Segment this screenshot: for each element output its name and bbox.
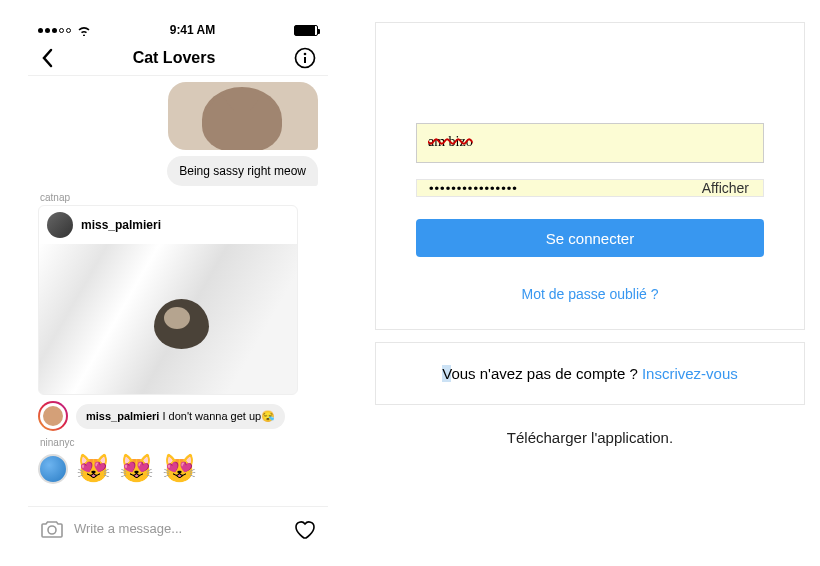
sender-label: ninanyc: [40, 437, 318, 448]
download-app-label: Télécharger l'application.: [375, 429, 805, 446]
username-value: am bizo: [428, 134, 473, 150]
card-header: miss_palmieri: [39, 206, 297, 244]
avatar: [47, 212, 73, 238]
status-left: [38, 25, 91, 36]
message-input-bar: Write a message...: [28, 506, 328, 550]
wifi-icon: [77, 25, 91, 36]
caption-text: I don't wanna get up: [159, 410, 261, 422]
emoji-reactions: 😻 😻 😻: [38, 452, 318, 485]
svg-rect-2: [304, 57, 306, 63]
login-button[interactable]: Se connecter: [416, 219, 764, 257]
info-icon[interactable]: [294, 47, 316, 69]
card-image: [39, 244, 297, 394]
sender-label: catnap: [40, 192, 318, 203]
emoji-heart-eyes-cat-icon: 😻: [162, 452, 197, 485]
svg-point-3: [48, 526, 56, 534]
password-field[interactable]: ••••••••••••••••: [417, 181, 688, 196]
svg-point-1: [304, 52, 307, 55]
username-field-wrap: am bizo: [416, 123, 764, 163]
password-field-wrap: •••••••••••••••• Afficher: [416, 179, 764, 197]
forgot-password-link[interactable]: Mot de passe oublié ?: [522, 286, 659, 302]
shared-post-card[interactable]: miss_palmieri: [38, 205, 298, 395]
page-title: Cat Lovers: [133, 49, 216, 67]
avatar[interactable]: [38, 454, 68, 484]
message-image[interactable]: [168, 82, 318, 150]
emoji-heart-eyes-cat-icon: 😻: [76, 452, 111, 485]
caption-username: miss_palmieri: [86, 410, 159, 422]
avatar[interactable]: [38, 401, 68, 431]
caption-emoji: 😪: [261, 410, 275, 422]
message-input[interactable]: Write a message...: [74, 521, 282, 536]
signup-link[interactable]: Inscrivez-vous: [642, 365, 738, 382]
status-bar: 9:41 AM: [28, 20, 328, 40]
phone-mock: 9:41 AM Cat Lovers Being sassy right meo…: [28, 20, 328, 550]
nav-bar: Cat Lovers: [28, 40, 328, 76]
heart-icon[interactable]: [292, 518, 316, 540]
login-form: am bizo •••••••••••••••• Afficher Se con…: [375, 22, 805, 330]
caption-row: miss_palmieri I don't wanna get up😪: [38, 401, 318, 431]
chat-area: Being sassy right meow catnap miss_palmi…: [28, 76, 328, 506]
show-password-button[interactable]: Afficher: [688, 180, 763, 196]
emoji-heart-eyes-cat-icon: 😻: [119, 452, 154, 485]
battery-icon: [294, 25, 318, 36]
camera-icon[interactable]: [40, 518, 64, 540]
signup-box: Vous n'avez pas de compte ? Inscrivez-vo…: [375, 342, 805, 405]
status-time: 9:41 AM: [170, 23, 216, 37]
card-username: miss_palmieri: [81, 218, 161, 232]
caption-bubble: miss_palmieri I don't wanna get up😪: [76, 404, 285, 429]
login-panel: am bizo •••••••••••••••• Afficher Se con…: [375, 22, 805, 446]
message-text[interactable]: Being sassy right meow: [167, 156, 318, 186]
signup-text: ous n'avez pas de compte ?: [451, 365, 641, 382]
back-icon[interactable]: [40, 48, 54, 68]
forgot-password: Mot de passe oublié ?: [416, 285, 764, 303]
